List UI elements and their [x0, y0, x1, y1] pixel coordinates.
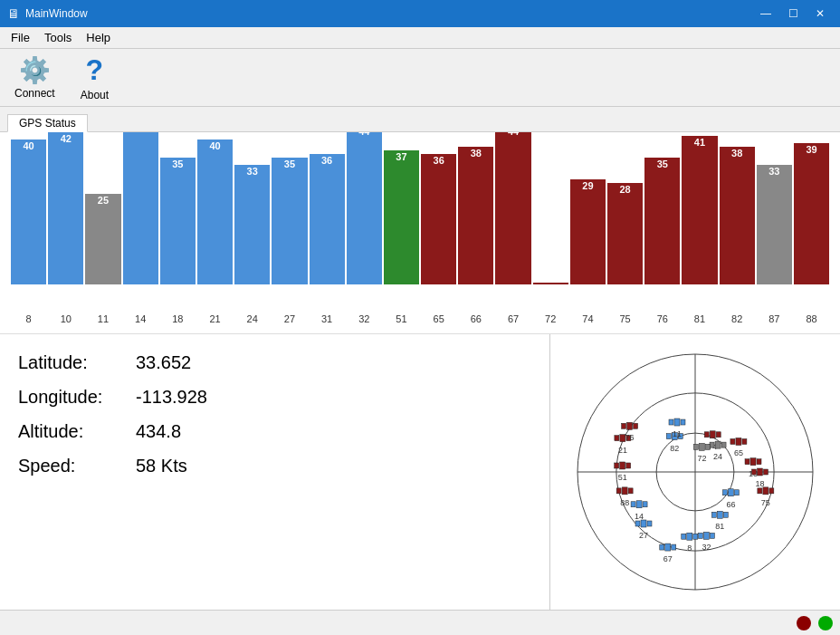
- svg-rect-9: [669, 419, 673, 425]
- bar-group-21: 4021: [197, 140, 233, 306]
- bar-value-18: 35: [172, 159, 183, 169]
- svg-rect-13: [704, 432, 709, 438]
- svg-rect-59: [710, 533, 714, 538]
- menu-help[interactable]: Help: [79, 29, 118, 46]
- bar-value-8: 40: [23, 141, 33, 151]
- bar-group-11: 2511: [85, 194, 120, 306]
- about-button[interactable]: ? About: [73, 50, 116, 105]
- svg-rect-30: [699, 443, 704, 450]
- connect-icon: ⚙️: [19, 55, 51, 85]
- bar-label-72: 72: [545, 313, 556, 324]
- about-label: About: [81, 89, 109, 101]
- bar-label-31: 31: [321, 313, 332, 324]
- bar-76: 35: [644, 158, 680, 284]
- bar-75: 28: [607, 183, 643, 284]
- connect-button[interactable]: ⚙️ Connect: [7, 52, 62, 103]
- bar-label-10: 10: [61, 313, 72, 324]
- latitude-value: 33.652: [136, 349, 191, 376]
- bar-87: 33: [757, 165, 792, 284]
- bar-value-24: 33: [247, 167, 258, 177]
- svg-rect-58: [703, 532, 709, 539]
- svg-rect-54: [665, 544, 671, 551]
- bar-27: 35: [272, 158, 307, 284]
- svg-rect-82: [627, 422, 633, 429]
- bar-74: 29: [570, 179, 606, 284]
- close-button[interactable]: ✕: [807, 4, 833, 24]
- svg-text:72: 72: [697, 454, 706, 463]
- svg-rect-51: [693, 534, 698, 539]
- bar-8: 40: [11, 140, 46, 284]
- bar-65: 36: [421, 154, 456, 284]
- bar-label-24: 24: [247, 313, 258, 324]
- svg-rect-39: [769, 488, 774, 494]
- svg-rect-65: [631, 502, 635, 507]
- svg-rect-75: [626, 463, 631, 468]
- minimize-button[interactable]: —: [753, 4, 778, 24]
- svg-rect-27: [721, 442, 726, 447]
- svg-rect-77: [615, 436, 619, 441]
- svg-rect-46: [717, 511, 722, 518]
- bar-label-11: 11: [98, 313, 109, 324]
- bar-value-27: 35: [284, 159, 295, 169]
- sat-67: 67: [660, 544, 676, 563]
- svg-text:14: 14: [635, 512, 644, 521]
- svg-text:75: 75: [761, 498, 770, 507]
- radar-display: 821174651024721875668186732271488512176: [568, 345, 822, 599]
- menu-tools[interactable]: Tools: [37, 29, 79, 46]
- connect-label: Connect: [14, 87, 55, 100]
- bar-group-75: 2875: [607, 183, 643, 306]
- bar-group-72: 72: [533, 283, 568, 306]
- svg-rect-15: [716, 432, 721, 438]
- bar-label-76: 76: [657, 313, 668, 324]
- speed-label: Speed:: [18, 452, 136, 479]
- bar-81: 41: [682, 136, 717, 284]
- longitude-row: Longitude: -113.928: [18, 383, 531, 410]
- bar-value-11: 25: [98, 196, 109, 206]
- bar-label-14: 14: [135, 313, 146, 324]
- longitude-label: Longitude:: [18, 383, 136, 410]
- bar-group-32: 4432: [347, 132, 382, 306]
- status-dot-green: [818, 616, 833, 630]
- menu-file[interactable]: File: [4, 29, 37, 46]
- bar-88: 39: [794, 143, 829, 284]
- bar-label-82: 82: [731, 313, 742, 324]
- svg-rect-45: [711, 512, 716, 517]
- svg-rect-67: [643, 502, 647, 507]
- bar-label-66: 66: [471, 313, 482, 324]
- bar-label-81: 81: [694, 313, 705, 324]
- sat-88: 88: [616, 487, 633, 507]
- bar-value-88: 39: [806, 145, 816, 155]
- svg-rect-42: [728, 489, 733, 496]
- gps-info: Latitude: 33.652 Longitude: -113.928 Alt…: [0, 334, 550, 610]
- sat-66: 66: [722, 489, 739, 509]
- svg-text:21: 21: [618, 446, 627, 455]
- bar-label-51: 51: [396, 313, 406, 324]
- svg-rect-21: [745, 459, 749, 465]
- bar-label-65: 65: [434, 313, 444, 324]
- bar-group-24: 3324: [234, 165, 270, 306]
- bar-group-51: 3751: [384, 150, 419, 306]
- bar-value-14: 45: [135, 132, 146, 133]
- bar-24: 33: [234, 165, 270, 284]
- bar-group-74: 2974: [570, 179, 606, 306]
- svg-text:66: 66: [726, 500, 735, 509]
- bar-32: 44: [347, 132, 382, 284]
- about-icon: ?: [86, 53, 104, 87]
- sat-27: 27: [635, 520, 652, 540]
- latitude-label: Latitude:: [18, 349, 136, 376]
- maximize-button[interactable]: ☐: [780, 4, 806, 24]
- bar-label-18: 18: [172, 313, 183, 324]
- bar-value-87: 33: [768, 167, 779, 177]
- sat-14: 14: [631, 501, 647, 521]
- svg-rect-47: [723, 512, 728, 517]
- bar-value-81: 41: [694, 138, 705, 148]
- svg-rect-38: [763, 487, 768, 495]
- svg-text:76: 76: [625, 433, 635, 442]
- svg-text:67: 67: [663, 554, 673, 563]
- bar-label-32: 32: [358, 313, 369, 324]
- svg-rect-10: [674, 419, 680, 426]
- sat-18: 18: [752, 468, 768, 488]
- tab-gps-status[interactable]: GPS Status: [7, 114, 88, 132]
- bar-11: 25: [85, 194, 120, 284]
- svg-rect-57: [698, 533, 702, 538]
